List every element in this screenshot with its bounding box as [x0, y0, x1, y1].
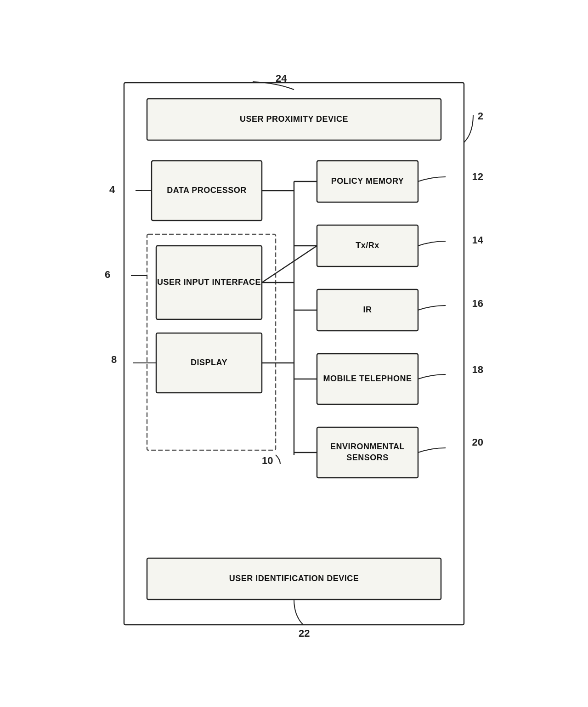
ref-4: 4 [109, 184, 115, 196]
ref-18: 18 [472, 364, 483, 376]
ref-20: 20 [472, 436, 483, 448]
ref-24: 24 [276, 73, 287, 85]
data-processor-label: DATA PROCESSOR [152, 161, 262, 221]
svg-line-13 [262, 246, 317, 283]
display-label: DISPLAY [156, 333, 262, 393]
ref-14: 14 [472, 234, 483, 246]
user-identification-device-label: USER IDENTIFICATION DEVICE [147, 558, 441, 600]
ref-2: 2 [478, 110, 483, 122]
ref-10: 10 [262, 455, 273, 467]
environmental-sensors-label: ENVIRONMENTAL SENSORS [317, 427, 418, 478]
tx-rx-label: Tx/Rx [317, 225, 418, 266]
ref-12: 12 [472, 171, 483, 183]
ref-22: 22 [299, 628, 310, 639]
ref-16: 16 [472, 298, 483, 310]
policy-memory-label: POLICY MEMORY [317, 161, 418, 202]
ir-label: IR [317, 289, 418, 331]
mobile-telephone-label: MOBILE TELEPHONE [317, 354, 418, 404]
ref-6: 6 [105, 269, 110, 281]
user-proximity-device-label: USER PROXIMITY DEVICE [147, 99, 441, 140]
diagram: 24 2 4 6 8 10 12 14 16 18 20 22 USER PRO… [96, 55, 492, 652]
ref-8: 8 [111, 354, 117, 366]
user-input-interface-label: USER INPUT INTERFACE [156, 246, 262, 319]
